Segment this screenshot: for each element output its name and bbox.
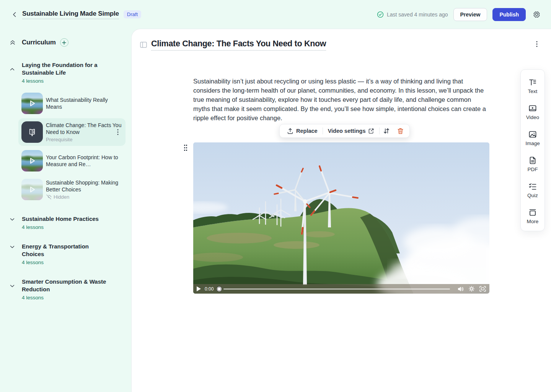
- insert-item-label: Quiz: [527, 193, 538, 198]
- preview-button[interactable]: Preview: [453, 8, 487, 21]
- insert-more-button[interactable]: More: [527, 208, 539, 224]
- video-block-toolbar: Replace Video settings: [279, 124, 410, 138]
- insert-video-button[interactable]: Video: [526, 104, 539, 120]
- last-saved-text: Last saved 4 minutes ago: [387, 11, 448, 18]
- lesson-intro-paragraph[interactable]: Sustainability isn’t just about recyclin…: [193, 77, 489, 122]
- move-block-button[interactable]: [380, 124, 393, 137]
- insert-item-label: Image: [525, 140, 540, 146]
- save-status: Last saved 4 minutes ago: [377, 11, 448, 18]
- collapse-all-button[interactable]: [9, 39, 16, 46]
- fullscreen-icon: [479, 286, 486, 292]
- top-header: Sustainable Living Made Simple Draft Las…: [0, 0, 551, 29]
- play-button[interactable]: [197, 286, 201, 291]
- publish-button[interactable]: Publish: [492, 8, 526, 21]
- pdf-icon: [528, 156, 537, 165]
- insert-item-label: Text: [528, 88, 538, 94]
- video-frame-wind-turbines: [193, 142, 489, 294]
- player-settings-button[interactable]: [469, 286, 474, 292]
- upload-icon: [287, 128, 293, 134]
- volume-icon: [458, 286, 464, 292]
- insert-quiz-button[interactable]: Quiz: [527, 182, 538, 198]
- lesson-reading-tile: [21, 121, 43, 143]
- lesson-title: Sustainable Shopping: Making Better Choi…: [46, 179, 122, 193]
- section-lesson-count: 4 lessons: [22, 260, 131, 265]
- image-icon: [528, 130, 537, 139]
- chevron-down-icon[interactable]: [10, 283, 15, 289]
- play-icon: [197, 286, 201, 291]
- insert-item-label: PDF: [528, 167, 538, 172]
- lesson-options-button[interactable]: [533, 40, 541, 48]
- lesson-video-thumbnail: [21, 179, 43, 200]
- lesson-subtitle: Prerequisite: [46, 137, 122, 142]
- curriculum-section: Laying the Foundation for a Sustainable …: [0, 61, 131, 203]
- eye-off-icon: [46, 194, 52, 200]
- chevron-down-icon[interactable]: [10, 244, 15, 250]
- add-section-button[interactable]: [60, 38, 68, 47]
- drag-dots-icon: [184, 144, 187, 151]
- video-settings-label: Video settings: [328, 128, 366, 134]
- lesson-item-selected[interactable]: Climate Change: The Facts You Need to Kn…: [18, 118, 126, 146]
- insert-image-button[interactable]: Image: [525, 130, 540, 146]
- trash-icon: [397, 127, 404, 134]
- chevron-up-icon[interactable]: [10, 67, 15, 72]
- panel-layout-icon: [140, 42, 147, 48]
- double-chevron-up-icon: [9, 39, 16, 46]
- fullscreen-button[interactable]: [479, 286, 486, 292]
- section-title[interactable]: Laying the Foundation for a Sustainable …: [22, 61, 110, 77]
- toggle-sidebar-button[interactable]: [139, 40, 148, 49]
- section-title[interactable]: Energy & Transportation Choices: [22, 243, 110, 258]
- status-badge: Draft: [124, 10, 141, 18]
- play-icon: [28, 99, 37, 108]
- section-title[interactable]: Sustainable Home Practices: [22, 215, 99, 223]
- lesson-title: Climate Change: The Facts You Need to Kn…: [46, 122, 122, 136]
- section-lesson-count: 4 lessons: [22, 78, 131, 84]
- video-controls-bar: 0:00: [193, 284, 489, 294]
- section-lesson-count: 4 lessons: [22, 295, 131, 301]
- back-button[interactable]: [9, 9, 20, 20]
- more-icon: [528, 208, 537, 217]
- play-icon: [28, 185, 37, 194]
- settings-button[interactable]: [531, 9, 542, 20]
- insert-block-toolbar: Text Video Image PDF Quiz More: [520, 69, 545, 231]
- lesson-menu-button[interactable]: [114, 128, 122, 136]
- current-time: 0:00: [205, 286, 214, 292]
- open-book-icon: [27, 127, 37, 137]
- insert-pdf-button[interactable]: PDF: [528, 156, 538, 172]
- curriculum-section: Smarter Consumption & Waste Reduction 4 …: [0, 278, 131, 301]
- curriculum-title: Curriculum: [22, 39, 56, 46]
- saved-check-icon: [377, 11, 384, 18]
- lesson-page-title[interactable]: Climate Change: The Facts You Need to Kn…: [151, 39, 326, 51]
- replace-label: Replace: [296, 128, 318, 134]
- quiz-icon: [528, 182, 537, 191]
- progress-bar[interactable]: [223, 289, 450, 289]
- section-lesson-count: 4 lessons: [22, 224, 131, 230]
- sort-arrows-icon: [383, 127, 390, 134]
- lesson-video-thumbnail: [21, 93, 43, 114]
- plus-icon: [62, 41, 66, 45]
- lesson-item[interactable]: What Sustainability Really Means: [18, 90, 126, 117]
- video-settings-button[interactable]: Video settings: [323, 124, 380, 137]
- curriculum-section: Energy & Transportation Choices 4 lesson…: [0, 243, 131, 265]
- block-drag-handle[interactable]: [183, 144, 189, 152]
- play-icon: [28, 156, 37, 165]
- course-title[interactable]: Sustainable Living Made Simple: [22, 10, 119, 19]
- kebab-icon: [536, 41, 538, 47]
- video-icon: [528, 104, 537, 113]
- section-title[interactable]: Smarter Consumption & Waste Reduction: [22, 278, 110, 293]
- replace-button[interactable]: Replace: [282, 124, 323, 137]
- chevron-down-icon[interactable]: [10, 217, 15, 222]
- lesson-video-thumbnail: [21, 150, 43, 172]
- lesson-item[interactable]: Your Carbon Footprint: How to Measure an…: [18, 147, 126, 175]
- volume-button[interactable]: [458, 286, 464, 292]
- scrubber-handle[interactable]: [217, 286, 222, 292]
- hidden-label: Hidden: [54, 194, 69, 200]
- curriculum-section: Sustainable Home Practices 4 lessons: [0, 215, 131, 230]
- insert-item-label: More: [527, 219, 539, 224]
- video-block[interactable]: 0:00: [193, 142, 489, 294]
- insert-text-button[interactable]: Text: [528, 78, 538, 94]
- insert-item-label: Video: [526, 114, 539, 120]
- gear-icon: [533, 10, 541, 18]
- delete-block-button[interactable]: [393, 124, 407, 137]
- lesson-item-hidden[interactable]: Sustainable Shopping: Making Better Choi…: [18, 176, 126, 203]
- lesson-title: What Sustainability Really Means: [46, 96, 122, 110]
